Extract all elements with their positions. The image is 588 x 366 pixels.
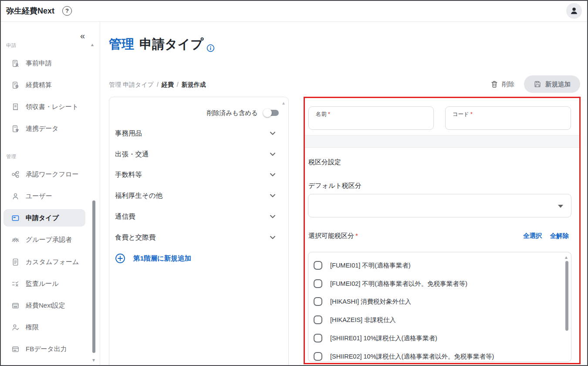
expense-next-settings-icon xyxy=(11,302,20,310)
fb-data-output-icon xyxy=(11,345,20,353)
category-row-fees[interactable]: 手数料等 xyxy=(115,166,276,183)
add-new-button[interactable]: 新規追加 xyxy=(524,75,580,93)
tax-option-row: [HIKASHI] 消費税対象外仕入 xyxy=(314,295,558,308)
trash-icon xyxy=(490,80,498,88)
sidebar-item-linked-data[interactable]: 連携データ xyxy=(3,120,85,137)
sidebar-scroll-up-icon[interactable]: ▲ xyxy=(90,43,95,47)
required-asterisk: * xyxy=(355,232,358,239)
tax-option-checkbox[interactable] xyxy=(314,352,322,361)
code-field[interactable]: コード* xyxy=(445,106,571,130)
delete-button[interactable]: 削除 xyxy=(490,80,514,88)
tax-option-label: [SHIIRE01] 10%課税仕入(適格事業者) xyxy=(330,334,437,342)
application-type-form-panel: 名前* コード* 税区分設定 デフォルト税区分 選択可能税区分* 全選択 全解除… xyxy=(304,97,581,364)
include-deleted-row: 削除済みも含める xyxy=(207,108,279,117)
question-circle-icon[interactable]: ? xyxy=(62,6,72,16)
receipt-icon xyxy=(11,103,20,111)
tax-section-title: 税区分設定 xyxy=(308,158,341,166)
breadcrumb-parent[interactable]: 経費 xyxy=(162,81,174,88)
sidebar-item-expense-next-settings[interactable]: 経費Next設定 xyxy=(3,297,85,314)
info-icon[interactable] xyxy=(206,41,215,55)
tax-option-row: [SHIIRE02] 10%課税仕入(適格事業者以外。免税事業者等) xyxy=(314,349,558,362)
panel-scroll-up-icon[interactable]: ▲ xyxy=(281,101,286,105)
audit-rule-icon xyxy=(11,280,20,288)
top-bar: 弥生経費Next ? xyxy=(0,0,588,22)
chevron-down-icon xyxy=(269,234,276,241)
sidebar-item-label: FBデータ出力 xyxy=(26,345,67,353)
tax-option-checkbox[interactable] xyxy=(314,315,322,324)
user-avatar-icon[interactable] xyxy=(566,3,582,19)
user-icon xyxy=(11,192,20,200)
expense-settlement-icon xyxy=(11,81,20,89)
select-all-link[interactable]: 全選択 xyxy=(523,232,542,240)
sidebar-item-receipt[interactable]: 領収書・レシート xyxy=(3,98,85,115)
plus-circle-icon xyxy=(115,253,125,264)
sidebar-item-custom-form[interactable]: カスタムフォーム xyxy=(3,253,85,271)
sidebar-item-label: 経費精算 xyxy=(26,81,52,89)
chevron-down-icon xyxy=(269,192,276,199)
toolbar: 削除 新規追加 xyxy=(490,75,580,93)
section-divider xyxy=(305,135,579,148)
sidebar-item-pre-application[interactable]: 事前申請 xyxy=(3,54,85,72)
listbox-scroll-up-icon[interactable]: ▲ xyxy=(564,255,568,260)
collapse-sidebar-icon[interactable]: « xyxy=(80,31,85,40)
page-title-prefix: 管理 xyxy=(109,37,134,51)
selectable-tax-row: 選択可能税区分* 全選択 全解除 xyxy=(308,230,569,241)
sidebar-item-label: ユーザー xyxy=(26,192,52,200)
selectable-tax-label: 選択可能税区分* xyxy=(308,232,358,240)
tax-option-label: [FUMEI02] 不明(適格事業者以外。免税事業者等) xyxy=(330,280,467,288)
category-row-travel[interactable]: 出張・交通 xyxy=(115,146,276,163)
tax-option-checkbox[interactable] xyxy=(314,261,322,270)
name-field[interactable]: 名前* xyxy=(308,106,434,130)
required-asterisk: * xyxy=(328,111,330,117)
group-approver-icon xyxy=(11,236,20,244)
linked-data-icon xyxy=(11,125,20,133)
sidebar-item-label: グループ承認者 xyxy=(26,236,72,244)
sidebar-item-application-type[interactable]: 申請タイプ xyxy=(3,209,85,227)
chevron-down-icon xyxy=(269,151,276,158)
breadcrumb-current: 新規作成 xyxy=(182,81,206,88)
sidebar-item-audit-rules[interactable]: 監査ルール xyxy=(3,275,85,292)
category-label: 通信費 xyxy=(115,212,135,221)
code-field-label: コード* xyxy=(453,111,473,118)
breadcrumb-root[interactable]: 管理 申請タイプ xyxy=(109,81,154,88)
category-row-communication[interactable]: 通信費 xyxy=(115,208,276,225)
category-label: 事務用品 xyxy=(115,129,142,138)
include-deleted-toggle[interactable] xyxy=(263,108,279,117)
save-icon xyxy=(534,80,541,88)
sidebar-item-label: 申請タイプ xyxy=(26,214,59,222)
delete-button-label: 削除 xyxy=(502,80,514,88)
sidebar-item-fb-data-output[interactable]: FBデータ出力 xyxy=(3,340,85,358)
category-row-meals-entertainment[interactable]: 食費と交際費 xyxy=(115,229,276,246)
sidebar-item-approval-workflow[interactable]: 承認ワークフロー xyxy=(3,166,85,183)
sidebar-item-label: 権限 xyxy=(26,323,39,332)
add-first-level-button[interactable]: 第1階層に新規追加 xyxy=(115,250,191,267)
sidebar-item-label: カスタムフォーム xyxy=(26,258,79,266)
person-icon xyxy=(569,6,579,16)
listbox-scrollbar[interactable] xyxy=(565,261,568,331)
page-title: 管理申請タイプ xyxy=(109,36,215,53)
sidebar-item-group-approver[interactable]: グループ承認者 xyxy=(3,231,85,248)
sidebar-scrollbar[interactable] xyxy=(92,200,95,353)
sidebar-item-label: 事前申請 xyxy=(26,59,52,68)
tax-options-listbox: [FUMEI01] 不明(適格事業者) [FUMEI02] 不明(適格事業者以外… xyxy=(308,252,571,362)
page-title-main: 申請タイプ xyxy=(139,37,203,51)
category-label: 福利厚生その他 xyxy=(115,191,162,200)
tax-option-row: [FUMEI02] 不明(適格事業者以外。免税事業者等) xyxy=(314,277,558,291)
tax-option-row: [HIKAZEIS] 非課税仕入 xyxy=(314,313,558,327)
category-row-office-supplies[interactable]: 事務用品 xyxy=(115,125,276,142)
approval-workflow-icon xyxy=(11,170,20,179)
sidebar-item-permissions[interactable]: 権限 xyxy=(3,319,85,336)
chevron-down-icon xyxy=(269,171,276,178)
tax-option-checkbox[interactable] xyxy=(314,279,322,288)
sidebar-scroll-down-icon[interactable]: ▼ xyxy=(91,358,96,363)
sidebar-item-label: 監査ルール xyxy=(26,280,59,288)
category-row-welfare-other[interactable]: 福利厚生その他 xyxy=(115,187,276,204)
tax-option-checkbox[interactable] xyxy=(314,297,322,306)
application-type-icon xyxy=(11,214,20,222)
sidebar-item-expense-settlement[interactable]: 経費精算 xyxy=(3,76,85,94)
default-tax-select[interactable] xyxy=(308,194,571,217)
tax-option-checkbox[interactable] xyxy=(314,334,322,342)
sidebar-item-users[interactable]: ユーザー xyxy=(3,187,85,205)
default-tax-label: デフォルト税区分 xyxy=(308,182,362,190)
deselect-all-link[interactable]: 全解除 xyxy=(550,232,569,240)
